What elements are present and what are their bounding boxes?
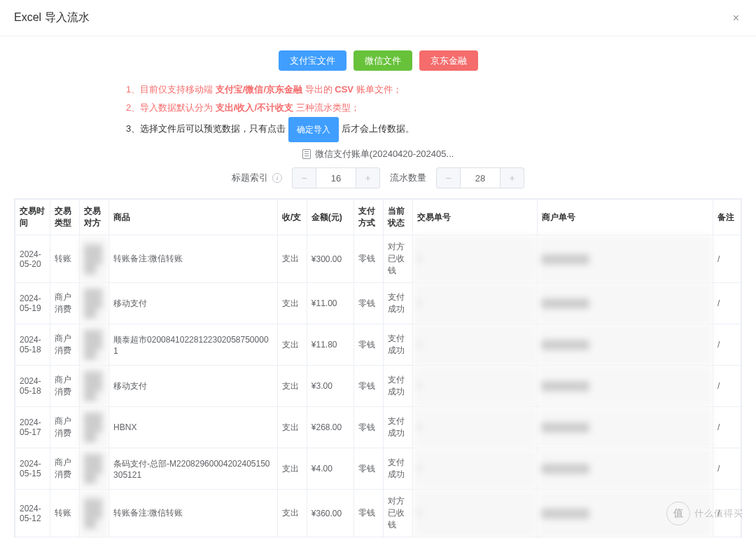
cell-status: 支付成功 — [383, 283, 412, 324]
confirm-import-button[interactable]: 确定导入 — [288, 117, 339, 142]
cell-goods: 转账备注:微信转账 — [109, 490, 278, 537]
cell-dir: 支出 — [277, 448, 307, 490]
cell-goods: 条码支付-总部-M22082960004202405150305121 — [109, 448, 278, 490]
count-input[interactable] — [460, 167, 500, 188]
col-dir-header: 收/支 — [277, 200, 307, 235]
modal-header: Excel 导入流水 × — [0, 0, 756, 36]
col-amount-header: 金额(元) — [307, 200, 354, 235]
col-goods-header: 商品 — [109, 200, 278, 235]
cell-party: ████████ — [80, 283, 109, 324]
watermark-icon: 值 — [666, 502, 690, 525]
cell-amount: ¥360.00 — [307, 490, 354, 537]
cell-type: 商户消费 — [50, 366, 80, 407]
file-type-buttons: 支付宝文件 微信文件 京东金融 — [14, 50, 742, 71]
modal-title: Excel 导入流水 — [14, 11, 90, 25]
cell-party: ████████ — [80, 407, 109, 448]
cell-time: 2024-05-17 — [15, 407, 50, 448]
cell-status: 对方已收钱 — [383, 490, 412, 537]
cell-pay: 零钱 — [354, 324, 383, 366]
info-icon[interactable]: i — [272, 173, 282, 183]
cell-type: 商户消费 — [50, 448, 80, 490]
count-plus[interactable]: + — [500, 167, 524, 188]
col-time-header: 交易时间 — [15, 200, 50, 235]
cell-mxno: ████████ — [537, 235, 713, 283]
col-status-header: 当前状态 — [383, 200, 412, 235]
cell-txno: 5 — [412, 490, 537, 537]
cell-txno: 5 — [412, 235, 537, 283]
title-index-minus[interactable]: − — [292, 167, 316, 188]
cell-type: 商户消费 — [50, 283, 80, 324]
cell-dir: 支出 — [277, 407, 307, 448]
cell-time: 2024-05-15 — [15, 448, 50, 490]
cell-txno: 4 — [412, 324, 537, 366]
cell-goods: 转账备注:微信转账 — [109, 235, 278, 283]
table-row: 2024-05-17商户消费████████HBNX支出¥268.00零钱支付成… — [15, 407, 741, 448]
cell-dir: 支出 — [277, 235, 307, 283]
cell-amount: ¥3.00 — [307, 366, 354, 407]
cell-pay: 零钱 — [354, 235, 383, 283]
count-stepper: − + — [436, 167, 524, 188]
table-header-row: 交易时间 交易类型 交易对方 商品 收/支 金额(元) 支付方式 当前状态 交易… — [15, 200, 741, 235]
cell-txno: 4 — [412, 407, 537, 448]
watermark: 值 什么值得买 — [666, 502, 743, 525]
note-2: 2、导入数据默认分为 支出/收入/不计收支 三种流水类型； — [126, 99, 630, 117]
cell-pay: 零钱 — [354, 448, 383, 490]
alipay-file-button[interactable]: 支付宝文件 — [279, 50, 346, 71]
cell-pay: 零钱 — [354, 283, 383, 324]
cell-type: 商户消费 — [50, 407, 80, 448]
cell-goods: 顺泰超市020084102281223020587500001 — [109, 324, 278, 366]
cell-txno: 4 — [412, 366, 537, 407]
cell-party: ████████ — [80, 490, 109, 537]
modal-body: 支付宝文件 微信文件 京东金融 1、目前仅支持移动端 支付宝/微信/京东金融 导… — [0, 36, 756, 538]
col-note-header: 备注 — [713, 200, 741, 235]
cell-status: 支付成功 — [383, 407, 412, 448]
cell-status: 支付成功 — [383, 366, 412, 407]
cell-amount: ¥300.00 — [307, 235, 354, 283]
cell-mxno: ████████ — [537, 448, 713, 490]
cell-type: 转账 — [50, 235, 80, 283]
cell-note: / — [713, 283, 741, 324]
title-index-input[interactable] — [316, 167, 356, 188]
cell-amount: ¥268.00 — [307, 407, 354, 448]
cell-status: 支付成功 — [383, 448, 412, 490]
close-icon[interactable]: × — [730, 13, 742, 24]
preview-table: 交易时间 交易类型 交易对方 商品 收/支 金额(元) 支付方式 当前状态 交易… — [14, 198, 742, 538]
jd-file-button[interactable]: 京东金融 — [419, 50, 478, 71]
cell-amount: ¥11.80 — [307, 324, 354, 366]
cell-note: / — [713, 407, 741, 448]
cell-mxno: ████████ — [537, 366, 713, 407]
note-1: 1、目前仅支持移动端 支付宝/微信/京东金融 导出的 CSV 账单文件； — [126, 81, 630, 99]
cell-pay: 零钱 — [354, 366, 383, 407]
cell-txno: 4 — [412, 283, 537, 324]
cell-mxno: ████████ — [537, 283, 713, 324]
cell-status: 支付成功 — [383, 324, 412, 366]
table-row: 2024-05-15商户消费████████条码支付-总部-M220829600… — [15, 448, 741, 490]
cell-note: / — [713, 235, 741, 283]
cell-dir: 支出 — [277, 490, 307, 537]
cell-party: ████████ — [80, 324, 109, 366]
cell-time: 2024-05-19 — [15, 283, 50, 324]
cell-type: 商户消费 — [50, 324, 80, 366]
watermark-text: 什么值得买 — [694, 507, 743, 520]
cell-dir: 支出 — [277, 324, 307, 366]
cell-goods: 移动支付 — [109, 366, 278, 407]
cell-party: ████████ — [80, 235, 109, 283]
table-row: 2024-05-18商户消费████████顺泰超市02008410228122… — [15, 324, 741, 366]
count-minus[interactable]: − — [436, 167, 460, 188]
cell-amount: ¥4.00 — [307, 448, 354, 490]
cell-mxno: ████████ — [537, 407, 713, 448]
file-name: 微信支付账单(20240420-202405... — [315, 148, 454, 160]
cell-time: 2024-05-20 — [15, 235, 50, 283]
col-mxno-header: 商户单号 — [537, 200, 713, 235]
cell-note: / — [713, 448, 741, 490]
cell-goods: HBNX — [109, 407, 278, 448]
title-index-plus[interactable]: + — [356, 167, 380, 188]
cell-goods: 移动支付 — [109, 283, 278, 324]
cell-pay: 零钱 — [354, 407, 383, 448]
file-icon — [302, 149, 311, 159]
import-modal: Excel 导入流水 × 支付宝文件 微信文件 京东金融 1、目前仅支持移动端 … — [0, 0, 756, 538]
cell-note: / — [713, 366, 741, 407]
table-row: 2024-05-19商户消费████████移动支付支出¥11.00零钱支付成功… — [15, 283, 741, 324]
wechat-file-button[interactable]: 微信文件 — [354, 50, 412, 71]
cell-time: 2024-05-18 — [15, 366, 50, 407]
